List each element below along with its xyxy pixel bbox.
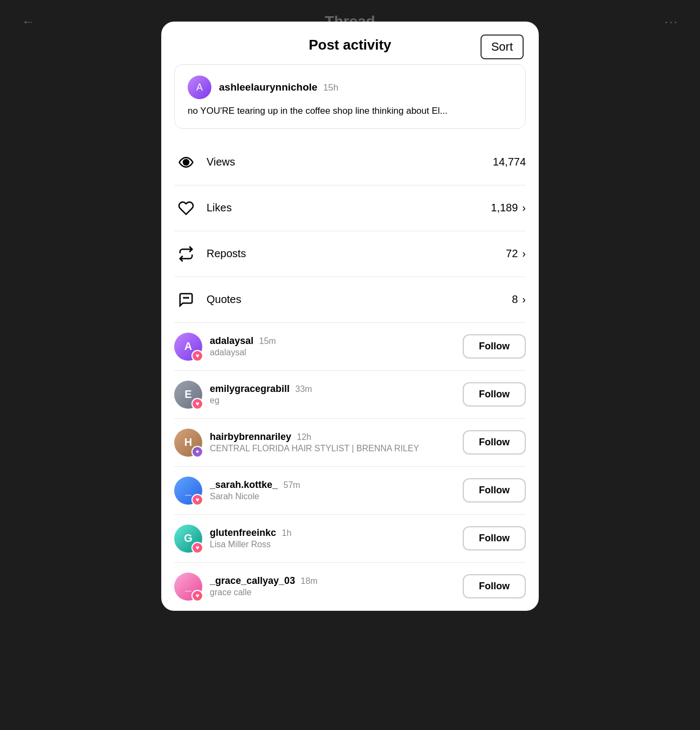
modal-overlay: Post activity Sort A ashleelaurynnichole…: [0, 0, 700, 730]
user-username-emilygracegrabill: emilygracegrabill: [210, 383, 290, 394]
user-badge-hairbybrennariley: ✦: [191, 446, 203, 458]
follow-button-grace-callyay[interactable]: Follow: [463, 574, 526, 598]
reposts-chevron: ›: [522, 247, 526, 260]
quotes-value: 8: [512, 293, 518, 306]
follow-button-sarah-kottke[interactable]: Follow: [463, 478, 526, 502]
user-username-adalaysal: adalaysal: [210, 335, 253, 346]
user-info-emilygracegrabill: emilygracegrabill 33m eg: [210, 383, 455, 405]
heart-icon: [174, 196, 198, 220]
user-row-glutenfreeinkc: G ♥ glutenfreeinkc 1h Lisa Miller Ross F…: [174, 515, 526, 563]
user-name-line-adalaysal: adalaysal 15m: [210, 335, 455, 347]
likes-chevron: ›: [522, 202, 526, 214]
user-badge-glutenfreeinkc: ♥: [191, 542, 203, 554]
user-avatar-wrap-glutenfreeinkc: G ♥: [174, 525, 202, 553]
user-badge-adalaysal: ♥: [191, 350, 203, 362]
repost-icon: [174, 242, 198, 266]
post-text: no YOU'RE tearing up in the coffee shop …: [188, 105, 512, 118]
user-name-line-grace-callyay: _grace_callyay_03 18m: [210, 575, 455, 587]
user-time-sarah-kottke: 57m: [284, 480, 300, 490]
user-handle-adalaysal: adalaysal: [210, 348, 455, 357]
user-handle-sarah-kottke: Sarah Nicole: [210, 492, 455, 501]
users-section: A ♥ adalaysal 15m adalaysal Follow E ♥ e…: [161, 323, 539, 611]
reposts-stat-row[interactable]: Reposts 72 ›: [174, 231, 526, 277]
user-username-glutenfreeinkc: glutenfreeinkc: [210, 527, 276, 538]
user-name-line-emilygracegrabill: emilygracegrabill 33m: [210, 383, 455, 395]
user-avatar-wrap-hairbybrennariley: H ✦: [174, 429, 202, 457]
reposts-label: Reposts: [207, 247, 506, 260]
user-info-sarah-kottke: _sarah.kottke_ 57m Sarah Nicole: [210, 479, 455, 501]
sort-button[interactable]: Sort: [481, 35, 524, 59]
user-handle-glutenfreeinkc: Lisa Miller Ross: [210, 540, 455, 549]
likes-value: 1,189: [491, 202, 518, 214]
quotes-chevron: ›: [522, 293, 526, 306]
post-card-header: A ashleelaurynnichole 15h: [188, 75, 512, 99]
user-handle-hairbybrennariley: CENTRAL FLORIDA HAIR STYLIST | BRENNA RI…: [210, 444, 455, 453]
views-stat-row: Views 14,774: [174, 140, 526, 185]
quotes-icon: [174, 288, 198, 312]
views-value: 14,774: [493, 156, 526, 168]
post-author-info: ashleelaurynnichole 15h: [219, 81, 339, 93]
post-author-avatar: A: [188, 75, 211, 99]
user-name-line-glutenfreeinkc: glutenfreeinkc 1h: [210, 527, 455, 539]
svg-point-0: [183, 159, 190, 166]
post-preview-card: A ashleelaurynnichole 15h no YOU'RE tear…: [174, 64, 526, 129]
user-row-hairbybrennariley: H ✦ hairbybrennariley 12h CENTRAL FLORID…: [174, 419, 526, 467]
likes-label: Likes: [207, 202, 491, 214]
user-username-hairbybrennariley: hairbybrennariley: [210, 431, 291, 442]
views-label: Views: [207, 156, 493, 168]
user-row-emilygracegrabill: E ♥ emilygracegrabill 33m eg Follow: [174, 371, 526, 419]
user-info-adalaysal: adalaysal 15m adalaysal: [210, 335, 455, 357]
user-badge-sarah-kottke: ♥: [191, 494, 203, 506]
follow-button-emilygracegrabill[interactable]: Follow: [463, 382, 526, 407]
user-row-sarah-kottke: _ ♥ _sarah.kottke_ 57m Sarah Nicole Foll…: [174, 467, 526, 515]
user-time-adalaysal: 15m: [259, 336, 276, 346]
quotes-label: Quotes: [207, 293, 512, 306]
follow-button-hairbybrennariley[interactable]: Follow: [463, 430, 526, 454]
user-name-line-sarah-kottke: _sarah.kottke_ 57m: [210, 479, 455, 491]
likes-stat-row[interactable]: Likes 1,189 ›: [174, 185, 526, 231]
user-time-hairbybrennariley: 12h: [297, 432, 312, 442]
user-info-hairbybrennariley: hairbybrennariley 12h CENTRAL FLORIDA HA…: [210, 431, 455, 453]
user-name-line-hairbybrennariley: hairbybrennariley 12h: [210, 431, 455, 443]
user-username-grace-callyay: _grace_callyay_03: [210, 575, 295, 586]
user-time-emilygracegrabill: 33m: [296, 384, 312, 394]
user-info-grace-callyay: _grace_callyay_03 18m grace calle: [210, 575, 455, 597]
post-activity-modal: Post activity Sort A ashleelaurynnichole…: [161, 22, 539, 611]
follow-button-glutenfreeinkc[interactable]: Follow: [463, 526, 526, 550]
modal-header: Post activity Sort: [161, 22, 539, 64]
user-username-sarah-kottke: _sarah.kottke_: [210, 479, 278, 490]
quotes-stat-row[interactable]: Quotes 8 ›: [174, 277, 526, 323]
user-badge-grace-callyay: ♥: [191, 590, 203, 602]
user-avatar-wrap-emilygracegrabill: E ♥: [174, 381, 202, 409]
views-icon: [174, 150, 198, 174]
reposts-value: 72: [506, 247, 518, 260]
stats-section: Views 14,774 Likes 1,189 ›: [161, 140, 539, 323]
user-badge-emilygracegrabill: ♥: [191, 398, 203, 410]
user-avatar-wrap-adalaysal: A ♥: [174, 333, 202, 361]
user-handle-emilygracegrabill: eg: [210, 396, 455, 405]
user-time-grace-callyay: 18m: [301, 576, 318, 586]
user-handle-grace-callyay: grace calle: [210, 588, 455, 597]
user-avatar-wrap-grace-callyay: _ ♥: [174, 573, 202, 601]
user-row-grace-callyay: _ ♥ _grace_callyay_03 18m grace calle Fo…: [174, 563, 526, 611]
post-time: 15h: [323, 82, 338, 93]
user-time-glutenfreeinkc: 1h: [282, 528, 291, 538]
post-author-username: ashleelaurynnichole: [219, 81, 318, 93]
user-info-glutenfreeinkc: glutenfreeinkc 1h Lisa Miller Ross: [210, 527, 455, 549]
user-avatar-wrap-sarah-kottke: _ ♥: [174, 477, 202, 505]
follow-button-adalaysal[interactable]: Follow: [463, 334, 526, 359]
modal-title: Post activity: [308, 37, 391, 53]
user-row-adalaysal: A ♥ adalaysal 15m adalaysal Follow: [174, 323, 526, 371]
